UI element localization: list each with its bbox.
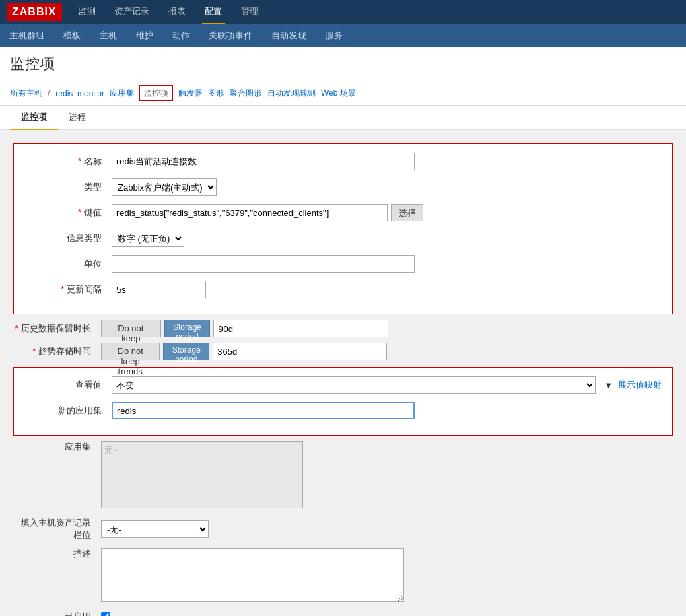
page-header: 监控项 xyxy=(0,47,686,81)
history-label: 历史数据保留时长 xyxy=(13,322,101,335)
unit-control xyxy=(112,255,662,273)
breadcrumb-current[interactable]: 监控项 xyxy=(139,85,173,101)
key-control: 选择 xyxy=(112,204,662,221)
nav-admin[interactable]: 管理 xyxy=(238,0,261,24)
unit-label: 单位 xyxy=(24,258,112,270)
breadcrumb-sep1: / xyxy=(48,89,50,98)
key-input[interactable] xyxy=(112,204,388,221)
nav-event-corr[interactable]: 关联项事件 xyxy=(206,26,255,46)
interval-input[interactable] xyxy=(112,281,206,298)
trends-section: 趋势存储时间 Do not keep trends Storage period xyxy=(13,343,673,360)
history-section: 历史数据保留时长 Do not keep history Storage per… xyxy=(13,320,673,337)
nav-maintenance[interactable]: 维护 xyxy=(133,26,156,46)
basic-fields-section: 名称 类型 Zabbix客户端(主动式) 键值 选择 xyxy=(13,143,673,314)
tab-process[interactable]: 进程 xyxy=(58,106,97,130)
unit-input[interactable] xyxy=(112,255,415,273)
nav-templates[interactable]: 模板 xyxy=(61,26,83,46)
key-select-button[interactable]: 选择 xyxy=(391,204,423,221)
nav-monitor[interactable]: 监测 xyxy=(75,0,98,24)
breadcrumb: 所有主机 / redis_monitor 应用集 监控项 触发器 图形 聚合图形… xyxy=(0,81,686,106)
app-label: 应用集 xyxy=(13,441,101,453)
new-app-input[interactable] xyxy=(112,402,415,419)
trend-controls: Do not keep trends Storage period xyxy=(101,343,387,360)
fill-section: 填入主机资产记录栏位 -无- xyxy=(13,517,673,541)
trend-label: 趋势存储时间 xyxy=(13,345,101,357)
type-select[interactable]: Zabbix客户端(主动式) xyxy=(112,178,217,196)
nav-assets[interactable]: 资产记录 xyxy=(112,0,152,24)
trend-storage-button[interactable]: Storage period xyxy=(163,343,209,360)
history-keep-button[interactable]: Do not keep history xyxy=(101,320,161,337)
nav-host-groups[interactable]: 主机群组 xyxy=(7,26,47,46)
new-app-label: 新的应用集 xyxy=(24,405,112,417)
tabs: 监控项 进程 xyxy=(0,106,686,130)
top-nav-items: 监测 资产记录 报表 配置 管理 xyxy=(75,0,261,24)
breadcrumb-host[interactable]: redis_monitor xyxy=(55,89,104,98)
interval-control xyxy=(112,281,662,298)
desc-textarea[interactable] xyxy=(101,548,404,602)
history-controls: Do not keep history Storage period xyxy=(101,320,388,337)
key-label: 键值 xyxy=(24,207,112,219)
app-textarea[interactable]: 元- xyxy=(101,441,303,508)
info-type-select[interactable]: 数字 (无正负) xyxy=(112,230,184,247)
value-map-row: 查看值 不变 ▼ 展示值映射 xyxy=(24,376,662,395)
new-app-control xyxy=(112,402,662,419)
name-label: 名称 xyxy=(24,156,112,168)
value-label: 查看值 xyxy=(24,379,112,391)
desc-control xyxy=(101,548,404,604)
nav-config[interactable]: 配置 xyxy=(202,0,225,24)
name-row: 名称 xyxy=(24,152,662,171)
enabled-label: 已启用 xyxy=(13,611,101,616)
enabled-control xyxy=(101,612,110,616)
top-navigation: ZABBIX 监测 资产记录 报表 配置 管理 xyxy=(0,0,686,24)
interval-row: 更新间隔 xyxy=(24,280,662,299)
app-section: 应用集 元- xyxy=(13,441,673,510)
type-label: 类型 xyxy=(24,181,112,193)
key-row: 键值 选择 xyxy=(24,203,662,222)
value-map-select[interactable]: 不变 xyxy=(112,376,596,394)
breadcrumb-disco-rules[interactable]: 自动发现规则 xyxy=(267,88,316,99)
fill-control: -无- xyxy=(101,520,209,538)
name-input[interactable] xyxy=(112,153,415,170)
type-control: Zabbix客户端(主动式) xyxy=(112,178,662,196)
page-title: 监控项 xyxy=(10,54,676,74)
desc-section: 描述 xyxy=(13,548,673,604)
unit-row: 单位 xyxy=(24,254,662,273)
main-content: 名称 类型 Zabbix客户端(主动式) 键值 选择 xyxy=(0,130,686,616)
value-app-section: 查看值 不变 ▼ 展示值映射 新的应用集 xyxy=(13,367,673,436)
desc-label: 描述 xyxy=(13,548,101,560)
nav-services[interactable]: 服务 xyxy=(322,26,345,46)
new-app-row: 新的应用集 xyxy=(24,401,662,420)
history-value-input[interactable] xyxy=(213,320,388,337)
value-map-link[interactable]: 展示值映射 xyxy=(618,379,662,391)
fill-select[interactable]: -无- xyxy=(101,520,209,538)
breadcrumb-agg-graphs[interactable]: 聚合图形 xyxy=(230,88,262,99)
history-storage-button[interactable]: Storage period xyxy=(164,320,211,337)
breadcrumb-web-scenarios[interactable]: Web 场景 xyxy=(321,88,356,99)
interval-label: 更新间隔 xyxy=(24,283,112,296)
fill-label: 填入主机资产记录栏位 xyxy=(13,517,101,541)
nav-reports[interactable]: 报表 xyxy=(166,0,188,24)
trend-value-input[interactable] xyxy=(213,343,386,360)
breadcrumb-triggers[interactable]: 触发器 xyxy=(178,88,203,99)
nav-autodiscovery[interactable]: 自动发现 xyxy=(269,26,309,46)
info-type-label: 信息类型 xyxy=(24,232,112,244)
breadcrumb-all-hosts[interactable]: 所有主机 xyxy=(10,88,42,99)
info-type-control: 数字 (无正负) xyxy=(112,230,662,247)
value-map-control: 不变 ▼ 展示值映射 xyxy=(112,376,662,394)
name-control xyxy=(112,153,662,170)
breadcrumb-graphs[interactable]: 图形 xyxy=(208,88,224,99)
tab-items[interactable]: 监控项 xyxy=(10,106,58,130)
trend-keep-button[interactable]: Do not keep trends xyxy=(101,343,160,360)
breadcrumb-app-sets[interactable]: 应用集 xyxy=(110,88,134,99)
type-row: 类型 Zabbix客户端(主动式) xyxy=(24,178,662,197)
nav-hosts[interactable]: 主机 xyxy=(97,26,120,46)
info-type-row: 信息类型 数字 (无正负) xyxy=(24,229,662,248)
second-navigation: 主机群组 模板 主机 维护 动作 关联项事件 自动发现 服务 xyxy=(0,24,686,47)
enabled-section: 已启用 xyxy=(13,611,673,616)
nav-actions[interactable]: 动作 xyxy=(170,26,193,46)
logo: ZABBIX xyxy=(7,3,62,21)
enabled-checkbox[interactable] xyxy=(101,612,110,616)
app-list-control: 元- xyxy=(101,441,303,510)
